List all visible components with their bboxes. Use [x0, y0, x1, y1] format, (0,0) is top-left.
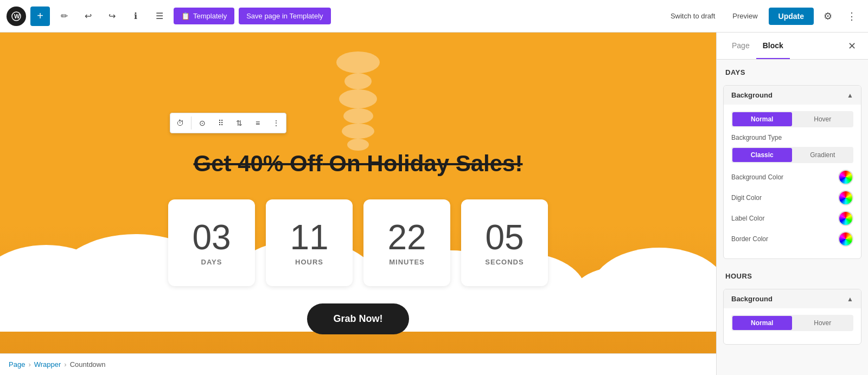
seconds-value: 05	[485, 220, 524, 255]
info-icon: ℹ	[134, 11, 137, 21]
label-color-row: Label Color	[731, 211, 853, 226]
cta-button[interactable]: Grab Now!	[307, 303, 409, 334]
canvas-area: ⏱ ⊙ ⠿ ⇅ ≡ ⋮	[0, 33, 716, 375]
hours-background-header[interactable]: Background ▲	[724, 289, 861, 308]
pencil-icon: ✏	[61, 11, 68, 21]
digit-color-row: Digit Color	[731, 190, 853, 205]
templately-button[interactable]: 📋 Templately	[174, 8, 234, 24]
seconds-label: SECONDS	[485, 258, 524, 266]
cloud-decoration	[347, 139, 369, 151]
hours-normal-hover-toggle: Normal Hover	[731, 315, 853, 331]
info-button[interactable]: ℹ	[126, 7, 145, 26]
undo-icon: ↩	[85, 11, 92, 21]
hours-label: HOURS	[295, 258, 323, 266]
days-background-header[interactable]: Background ▲	[724, 86, 861, 105]
countdown-icon: ⏱	[176, 119, 184, 127]
settings-button[interactable]: ⚙	[818, 7, 838, 26]
panel-close-button[interactable]: ✕	[844, 38, 859, 54]
breadcrumb-sep1: ›	[28, 360, 30, 368]
days-value: 03	[192, 220, 231, 255]
more-options-button[interactable]: ⋮	[842, 7, 861, 26]
hours-hover-button[interactable]: Hover	[793, 316, 853, 330]
hours-section-title: HOURS	[717, 263, 868, 285]
background-type-row: Background Type	[731, 134, 853, 141]
tab-page[interactable]: Page	[725, 33, 756, 59]
update-button[interactable]: Update	[769, 8, 814, 25]
block-drag-handle[interactable]: ⠿	[212, 114, 229, 132]
more-icon: ⋮	[847, 10, 857, 22]
bg-type-group: Classic Gradient	[731, 147, 853, 163]
days-section-title: DAYS	[717, 60, 868, 81]
cloud-decoration	[342, 124, 374, 139]
tab-block[interactable]: Block	[756, 33, 790, 59]
digit-color-swatch[interactable]	[838, 190, 853, 205]
block-type-button[interactable]: ⏱	[171, 114, 189, 132]
breadcrumb-page[interactable]: Page	[9, 360, 25, 368]
days-background-section: Background ▲ Normal Hover Background Typ…	[723, 85, 861, 259]
days-label: DAYS	[201, 258, 222, 266]
block-settings-button[interactable]: ⊙	[194, 114, 211, 132]
hover-button[interactable]: Hover	[793, 112, 853, 126]
block-move-button[interactable]: ⇅	[231, 114, 248, 132]
block-toolbar: ⏱ ⊙ ⠿ ⇅ ≡ ⋮	[170, 113, 286, 133]
tools-button[interactable]: ✏	[54, 7, 74, 26]
countdown-days-box: 03 DAYS	[168, 199, 255, 286]
normal-hover-toggle: Normal Hover	[731, 111, 853, 127]
toolbar-divider	[191, 117, 192, 130]
chevron-up-icon2: ▲	[847, 295, 853, 303]
page-title: Get 40% Off On Holiday Sales!	[194, 151, 523, 177]
breadcrumb-countdown: Countdown	[70, 360, 106, 368]
add-block-button[interactable]: +	[30, 7, 50, 26]
cloud-decoration	[336, 51, 380, 73]
undo-button[interactable]: ↩	[78, 7, 98, 26]
editor-canvas: ⏱ ⊙ ⠿ ⇅ ≡ ⋮	[0, 33, 716, 353]
hours-normal-button[interactable]: Normal	[732, 316, 792, 330]
countdown-minutes-box: 22 MINUTES	[363, 199, 450, 286]
normal-button[interactable]: Normal	[732, 112, 792, 126]
breadcrumb: Page › Wrapper › Countdown	[0, 353, 716, 375]
breadcrumb-wrapper[interactable]: Wrapper	[34, 360, 61, 368]
background-color-row: Background Color	[731, 170, 853, 185]
gear-icon: ⚙	[824, 10, 832, 22]
list-view-button[interactable]: ☰	[150, 7, 169, 26]
gradient-button[interactable]: Gradient	[793, 148, 853, 162]
right-panel: Page Block ✕ DAYS Background ▲ Normal	[716, 33, 868, 375]
background-color-swatch[interactable]	[838, 170, 853, 185]
list-icon: ☰	[156, 11, 163, 21]
border-color-label: Border Color	[731, 235, 768, 243]
wp-logo: W	[7, 7, 26, 26]
block-align-button[interactable]: ≡	[249, 114, 266, 132]
templately-icon: 📋	[181, 12, 190, 20]
border-color-swatch[interactable]	[838, 231, 853, 247]
hours-value: 11	[290, 220, 328, 255]
save-templately-button[interactable]: Save page in Templately	[239, 8, 330, 24]
label-color-swatch[interactable]	[838, 211, 853, 226]
align-icon: ≡	[256, 119, 260, 127]
close-icon: ✕	[848, 40, 856, 52]
hours-background-body: Normal Hover	[724, 308, 861, 344]
redo-button[interactable]: ↪	[102, 7, 122, 26]
background-type-label: Background Type	[731, 134, 782, 141]
bottom-cloud	[591, 248, 716, 332]
countdown-seconds-box: 05 SECONDS	[461, 199, 548, 286]
arrows-icon: ⇅	[236, 119, 242, 127]
block-more-button[interactable]: ⋮	[267, 114, 285, 132]
border-color-row: Border Color	[731, 231, 853, 247]
target-icon: ⊙	[199, 119, 206, 127]
cloud-decoration	[339, 89, 377, 108]
classic-button[interactable]: Classic	[732, 148, 792, 162]
cloud-decoration	[344, 73, 372, 89]
countdown-container: 03 DAYS 11 HOURS 22 MINUTES 05 SECONDS	[168, 199, 548, 286]
preview-button[interactable]: Preview	[726, 8, 764, 24]
redo-icon: ↪	[108, 11, 116, 21]
countdown-hours-box: 11 HOURS	[266, 199, 353, 286]
days-background-body: Normal Hover Background Type Classic Gra…	[724, 105, 861, 258]
label-color-label: Label Color	[731, 215, 764, 222]
switch-draft-button[interactable]: Switch to draft	[664, 8, 722, 24]
main-area: ⏱ ⊙ ⠿ ⇅ ≡ ⋮	[0, 33, 868, 375]
cloud-decoration	[343, 108, 373, 124]
digit-color-label: Digit Color	[731, 194, 762, 202]
svg-text:W: W	[14, 13, 20, 20]
hours-background-section: Background ▲ Normal Hover	[723, 289, 861, 345]
panel-header: Page Block ✕	[717, 33, 868, 60]
